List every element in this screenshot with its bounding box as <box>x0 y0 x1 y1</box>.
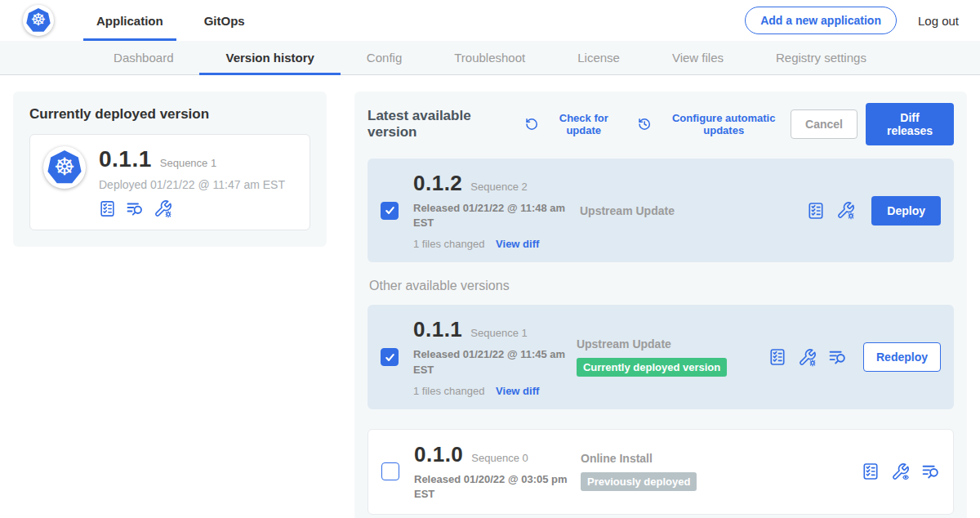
version-number: 0.1.1 <box>413 317 462 342</box>
deployed-timestamp: Deployed 01/21/22 @ 11:47 am EST <box>99 178 285 191</box>
currently-deployed-title: Currently deployed version <box>29 106 310 123</box>
edit-config-icon[interactable] <box>836 201 855 220</box>
version-checkbox[interactable] <box>381 462 399 480</box>
main-content: Currently deployed version ☸ 0.1.1 Seque… <box>0 75 980 518</box>
tab-application-label: Application <box>96 14 163 28</box>
source-label: Online Install <box>581 452 777 465</box>
check-for-update-label: Check for update <box>545 112 623 136</box>
deployed-version-number: 0.1.1 <box>99 146 152 172</box>
files-changed-label: 1 files changed <box>413 385 484 397</box>
top-nav: Application GitOps <box>83 0 273 41</box>
view-logs-icon[interactable] <box>828 348 847 367</box>
kubernetes-logo-icon: ☸ <box>23 5 54 36</box>
other-versions-label: Other available versions <box>369 279 954 293</box>
refresh-icon <box>525 117 538 132</box>
subtab-config[interactable]: Config <box>341 41 428 74</box>
check-for-update-button[interactable]: Check for update <box>525 112 623 136</box>
released-timestamp: Released 01/21/22 @ 11:48 am EST <box>413 201 575 230</box>
view-diff-link[interactable]: View diff <box>496 385 539 397</box>
version-source: Upstream Update Currently deployed versi… <box>577 337 768 377</box>
tab-gitops[interactable]: GitOps <box>191 0 258 41</box>
kubernetes-heptagon: ☸ <box>26 8 51 33</box>
version-history-panel: Latest available version Check for updat… <box>354 92 967 518</box>
files-changed-label: 1 files changed <box>413 238 484 250</box>
subtab-troubleshoot[interactable]: Troubleshoot <box>428 41 551 74</box>
configure-automatic-updates-label: Configure automatic updates <box>657 112 791 136</box>
source-label: Upstream Update <box>580 204 776 217</box>
version-actions: Deploy <box>807 196 941 226</box>
tab-gitops-label: GitOps <box>204 14 245 28</box>
ship-wheel-icon: ☸ <box>54 155 75 179</box>
preflight-checks-icon[interactable] <box>768 348 786 366</box>
view-logs-icon[interactable] <box>126 200 144 218</box>
version-info: 0.1.1 Sequence 1 Released 01/21/22 @ 11:… <box>413 317 572 396</box>
redeploy-button[interactable]: Redeploy <box>863 342 941 372</box>
released-timestamp: Released 01/21/22 @ 11:45 am EST <box>413 347 572 377</box>
cancel-button[interactable]: Cancel <box>791 109 858 139</box>
previously-deployed-badge: Previously deployed <box>581 472 697 491</box>
configure-automatic-updates-button[interactable]: Configure automatic updates <box>638 112 791 136</box>
ship-wheel-icon: ☸ <box>31 11 47 29</box>
preflight-checks-icon[interactable] <box>99 200 116 217</box>
top-bar: ☸ Application GitOps Add a new applicati… <box>0 0 980 41</box>
sequence-label: Sequence 1 <box>470 327 527 339</box>
check-icon <box>385 352 395 363</box>
subtab-dashboard[interactable]: Dashboard <box>87 41 199 74</box>
version-actions <box>862 462 940 481</box>
subtab-version-history[interactable]: Version history <box>199 41 340 74</box>
app-logo-icon: ☸ <box>43 146 86 189</box>
version-row-0-1-1: 0.1.1 Sequence 1 Released 01/21/22 @ 11:… <box>368 305 954 409</box>
version-source: Online Install Previously deployed <box>581 452 777 491</box>
deployed-version-card: ☸ 0.1.1 Sequence 1 Deployed 01/21/22 @ 1… <box>29 134 310 230</box>
version-number: 0.1.2 <box>413 171 462 196</box>
version-row-0-1-0: 0.1.0 Sequence 0 Released 01/20/22 @ 03:… <box>368 429 954 515</box>
version-row-0-1-2: 0.1.2 Sequence 2 Released 01/21/22 @ 11:… <box>368 159 954 262</box>
version-checkbox[interactable] <box>381 348 399 366</box>
deployed-version-info: 0.1.1 Sequence 1 Deployed 01/21/22 @ 11:… <box>99 146 285 218</box>
subtab-view-files[interactable]: View files <box>646 41 750 74</box>
subtab-registry-settings[interactable]: Registry settings <box>750 41 893 74</box>
version-info: 0.1.0 Sequence 0 Released 01/20/22 @ 03:… <box>414 442 576 502</box>
version-checkbox[interactable] <box>381 202 399 220</box>
deployed-sequence-label: Sequence 1 <box>160 157 216 169</box>
preflight-checks-icon[interactable] <box>862 462 880 480</box>
version-info: 0.1.2 Sequence 2 Released 01/21/22 @ 11:… <box>413 171 575 250</box>
edit-config-icon[interactable] <box>154 199 172 218</box>
source-label: Upstream Update <box>577 337 768 351</box>
view-diff-link[interactable]: View diff <box>496 238 539 250</box>
version-source: Upstream Update <box>580 204 776 217</box>
released-timestamp: Released 01/20/22 @ 03:05 pm EST <box>414 472 576 502</box>
app-subnav: Dashboard Version history Config Trouble… <box>0 41 980 75</box>
tab-application[interactable]: Application <box>83 0 176 41</box>
diff-releases-button[interactable]: Diff releases <box>866 103 954 145</box>
currently-deployed-badge: Currently deployed version <box>577 358 727 377</box>
latest-version-title: Latest available version <box>368 108 510 141</box>
preflight-checks-icon[interactable] <box>807 202 825 220</box>
subtab-license[interactable]: License <box>551 41 646 74</box>
sequence-label: Sequence 0 <box>471 452 528 464</box>
logout-button[interactable]: Log out <box>918 14 959 28</box>
currently-deployed-card: Currently deployed version ☸ 0.1.1 Seque… <box>13 92 327 247</box>
sequence-label: Sequence 2 <box>470 181 527 193</box>
add-new-application-button[interactable]: Add a new application <box>745 7 897 34</box>
version-number: 0.1.0 <box>414 442 463 467</box>
edit-config-icon[interactable] <box>798 348 817 367</box>
kubernetes-heptagon: ☸ <box>47 150 82 185</box>
version-actions: Redeploy <box>768 342 941 372</box>
latest-version-header: Latest available version Check for updat… <box>368 103 954 145</box>
check-icon <box>385 205 395 216</box>
deploy-button[interactable]: Deploy <box>871 196 941 226</box>
clock-refresh-icon <box>638 117 651 132</box>
view-config-icon[interactable] <box>891 462 910 481</box>
view-logs-icon[interactable] <box>921 462 940 481</box>
